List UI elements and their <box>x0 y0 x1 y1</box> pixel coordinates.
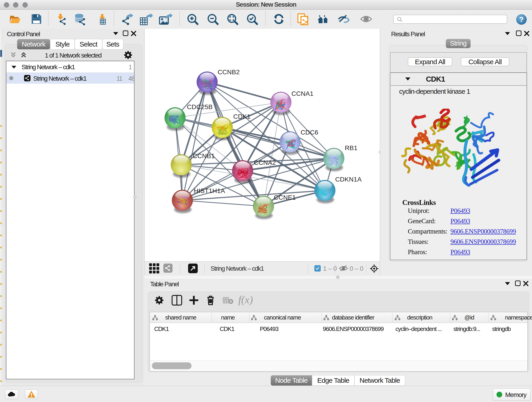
svg-text:CCNA1: CCNA1 <box>291 90 313 97</box>
svg-text:CCNB2: CCNB2 <box>218 69 240 76</box>
svg-text:CCNE1: CCNE1 <box>274 194 296 201</box>
svg-text:CDC25B: CDC25B <box>187 103 213 110</box>
svg-text:CCNA2: CCNA2 <box>254 159 276 166</box>
svg-text:RB1: RB1 <box>345 144 357 152</box>
svg-text:CDK1: CDK1 <box>233 113 251 120</box>
svg-text:CCNB1: CCNB1 <box>193 153 215 160</box>
svg-text:HIST1H1A: HIST1H1A <box>194 187 225 194</box>
svg-text:CDKN1A: CDKN1A <box>335 176 361 183</box>
svg-text:CDC6: CDC6 <box>301 129 318 136</box>
